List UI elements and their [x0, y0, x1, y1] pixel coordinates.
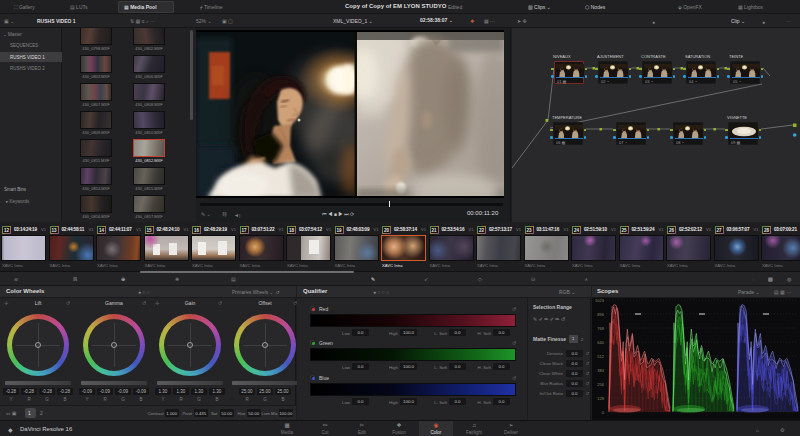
- svg-text:640: 640: [597, 340, 604, 345]
- svg-text:128: 128: [597, 396, 604, 401]
- svg-text:384: 384: [597, 368, 604, 373]
- svg-text:256: 256: [597, 382, 604, 387]
- svg-text:768: 768: [597, 326, 604, 331]
- svg-text:896: 896: [597, 312, 604, 317]
- svg-text:1023: 1023: [595, 298, 605, 303]
- svg-text:512: 512: [597, 354, 604, 359]
